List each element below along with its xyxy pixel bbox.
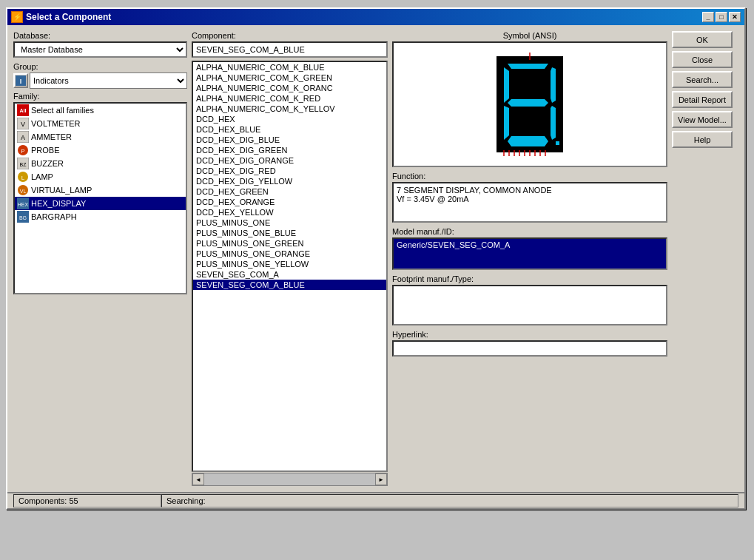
family-section: Family: AllSelect all familiesVVOLTMETER… bbox=[13, 92, 187, 294]
view-model-button[interactable]: View Model... bbox=[672, 111, 733, 128]
component-item[interactable]: PLUS_MINUS_ONE_ORANGE bbox=[193, 249, 386, 259]
family-item-label-buzzer: BUZZER bbox=[31, 159, 64, 168]
maximize-button[interactable]: □ bbox=[716, 12, 727, 22]
family-icon-voltmeter: V bbox=[17, 118, 29, 129]
component-item[interactable]: SEVEN_SEG_COM_A_BLUE bbox=[193, 280, 386, 290]
svg-marker-25 bbox=[504, 106, 509, 140]
symbol-label: Symbol (ANSI) bbox=[392, 31, 667, 40]
title-bar: ⚡ Select a Component _ □ ✕ bbox=[7, 9, 744, 25]
family-list[interactable]: AllSelect all familiesVVOLTMETERAAMMETER… bbox=[13, 102, 187, 294]
component-item[interactable]: ALPHA_NUMERIC_COM_K_ORANC bbox=[193, 83, 386, 93]
left-panel: Database: Master Database Group: I bbox=[13, 31, 187, 486]
family-icon-lamp: L bbox=[17, 171, 29, 183]
svg-text:A: A bbox=[21, 134, 25, 141]
component-item[interactable]: DCD_HEX_BLUE bbox=[193, 124, 386, 135]
right-panel: Symbol (ANSI) bbox=[392, 31, 667, 486]
title-buttons: _ □ ✕ bbox=[702, 12, 741, 22]
group-label: Group: bbox=[13, 62, 187, 71]
detail-report-button[interactable]: Detail Report bbox=[672, 91, 733, 108]
family-item-all[interactable]: AllSelect all families bbox=[15, 104, 186, 117]
model-manuf-label: Model manuf./ID: bbox=[392, 227, 667, 236]
svg-text:P: P bbox=[21, 148, 24, 155]
svg-text:I: I bbox=[20, 78, 22, 85]
family-item-hex_display[interactable]: HEXHEX_DISPLAY bbox=[15, 197, 186, 210]
scroll-track bbox=[204, 473, 375, 485]
indicators-icon: I bbox=[16, 75, 26, 86]
family-label: Family: bbox=[13, 92, 187, 101]
component-item[interactable]: DCD_HEX_DIG_YELLOW bbox=[193, 176, 386, 186]
component-item[interactable]: ALPHA_NUMERIC_COM_K_RED bbox=[193, 93, 386, 104]
component-item[interactable]: DCD_HEX_DIG_RED bbox=[193, 166, 386, 176]
title-bar-left: ⚡ Select a Component bbox=[11, 11, 111, 23]
footprint-label: Footprint manuf./Type: bbox=[392, 274, 667, 283]
component-item[interactable]: DCD_HEX_DIG_BLUE bbox=[193, 135, 386, 145]
component-item[interactable]: PLUS_MINUS_ONE_BLUE bbox=[193, 228, 386, 238]
component-item[interactable]: DCD_HEX_YELLOW bbox=[193, 207, 386, 217]
family-item-bargraph[interactable]: BGBARGRAPH bbox=[15, 210, 186, 223]
component-input[interactable] bbox=[192, 41, 388, 58]
family-item-voltmeter[interactable]: VVOLTMETER bbox=[15, 117, 186, 130]
middle-panel: Component: ALPHA_NUMERIC_COM_K_BLUEALPHA… bbox=[192, 31, 388, 486]
family-item-virtual_lamp[interactable]: VLVIRTUAL_LAMP bbox=[15, 183, 186, 197]
horizontal-scrollbar[interactable]: ◄ ► bbox=[192, 473, 388, 486]
close-window-button[interactable]: ✕ bbox=[729, 12, 741, 22]
family-icon-buzzer: BZ bbox=[17, 158, 29, 169]
scroll-left-button[interactable]: ◄ bbox=[192, 473, 204, 485]
close-button[interactable]: Close bbox=[672, 51, 733, 68]
svg-marker-23 bbox=[551, 67, 556, 103]
component-item[interactable]: SEVEN_SEG_COM_A bbox=[193, 269, 386, 280]
symbol-svg bbox=[493, 53, 567, 156]
family-item-label-voltmeter: VOLTMETER bbox=[31, 119, 80, 128]
status-bar: Components: 55 Searching: bbox=[7, 492, 744, 508]
component-item[interactable]: DCD_HEX_DIG_GREEN bbox=[193, 145, 386, 155]
family-item-probe[interactable]: PPROBE bbox=[15, 144, 186, 157]
searching-label: Searching: bbox=[166, 496, 206, 505]
scroll-right-button[interactable]: ► bbox=[375, 473, 387, 485]
component-item[interactable]: ALPHA_NUMERIC_COM_K_YELLOV bbox=[193, 104, 386, 114]
family-item-ammeter[interactable]: AAMMETER bbox=[15, 130, 186, 144]
family-icon-hex_display: HEX bbox=[17, 198, 29, 209]
component-item[interactable]: DCD_HEX_DIG_ORANGE bbox=[193, 155, 386, 166]
component-item[interactable]: DCD_HEX bbox=[193, 114, 386, 124]
help-button[interactable]: Help bbox=[672, 131, 733, 148]
component-item[interactable]: DCD_HEX_ORANGE bbox=[193, 197, 386, 207]
svg-marker-21 bbox=[508, 64, 548, 69]
component-item[interactable]: PLUS_MINUS_ONE_GREEN bbox=[193, 238, 386, 249]
svg-marker-26 bbox=[551, 106, 556, 140]
database-label: Database: bbox=[13, 31, 187, 40]
svg-text:L: L bbox=[21, 175, 25, 181]
group-icon: I bbox=[13, 73, 28, 88]
family-icon-probe: P bbox=[17, 144, 29, 156]
components-count: Components: 55 bbox=[13, 494, 161, 507]
database-select[interactable]: Master Database bbox=[13, 41, 187, 58]
searching-status: Searching: bbox=[161, 494, 738, 507]
component-item[interactable]: DCD_HEX_GREEN bbox=[193, 186, 386, 197]
component-item[interactable]: PLUS_MINUS_ONE_YELLOW bbox=[193, 259, 386, 269]
group-select[interactable]: Indicators bbox=[30, 72, 187, 89]
search-button[interactable]: Search... bbox=[672, 71, 733, 88]
ok-button[interactable]: OK bbox=[672, 31, 733, 48]
footprint-box bbox=[392, 285, 667, 325]
svg-marker-22 bbox=[504, 67, 509, 103]
family-icon-all: All bbox=[17, 104, 29, 116]
window-icon: ⚡ bbox=[11, 11, 23, 23]
svg-marker-27 bbox=[508, 136, 548, 146]
family-icon-virtual_lamp: VL bbox=[17, 184, 29, 196]
svg-text:All: All bbox=[20, 108, 27, 113]
family-item-lamp[interactable]: LLAMP bbox=[15, 170, 186, 183]
svg-marker-24 bbox=[508, 99, 548, 107]
family-item-label-hex_display: HEX_DISPLAY bbox=[31, 199, 86, 208]
component-item[interactable]: PLUS_MINUS_ONE bbox=[193, 217, 386, 228]
component-list[interactable]: ALPHA_NUMERIC_COM_K_BLUEALPHA_NUMERIC_CO… bbox=[192, 61, 388, 472]
family-item-buzzer[interactable]: BZBUZZER bbox=[15, 157, 186, 170]
hyperlink-input[interactable] bbox=[392, 340, 667, 357]
model-manuf-box: Generic/SEVEN_SEG_COM_A bbox=[392, 237, 667, 270]
component-item[interactable]: ALPHA_NUMERIC_COM_K_GREEN bbox=[193, 72, 386, 83]
main-window: ⚡ Select a Component _ □ ✕ Database: Mas… bbox=[6, 7, 746, 510]
svg-text:BG: BG bbox=[19, 215, 27, 220]
minimize-button[interactable]: _ bbox=[702, 12, 714, 22]
svg-text:V: V bbox=[21, 121, 25, 128]
component-item[interactable]: ALPHA_NUMERIC_COM_K_BLUE bbox=[193, 62, 386, 72]
svg-text:VL: VL bbox=[20, 189, 27, 194]
family-item-label-bargraph: BARGRAPH bbox=[31, 212, 77, 221]
